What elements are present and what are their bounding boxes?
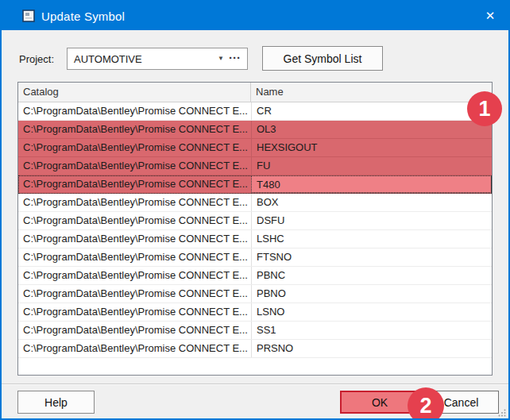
catalog-cell: C:\ProgramData\Bentley\Promise CONNECT E…	[18, 121, 251, 138]
name-cell: PBNO	[251, 285, 492, 302]
symbol-table: Catalog Name C:\ProgramData\Bentley\Prom…	[17, 82, 493, 376]
name-cell: LSHC	[251, 230, 492, 248]
catalog-cell: C:\ProgramData\Bentley\Promise CONNECT E…	[18, 139, 251, 156]
catalog-cell: C:\ProgramData\Bentley\Promise CONNECT E…	[18, 157, 251, 175]
catalog-cell: C:\ProgramData\Bentley\Promise CONNECT E…	[18, 249, 251, 266]
name-cell: T480	[251, 175, 492, 193]
catalog-cell: C:\ProgramData\Bentley\Promise CONNECT E…	[18, 322, 251, 339]
get-symbol-list-button[interactable]: Get Symbol List	[262, 46, 383, 71]
catalog-column-header[interactable]: Catalog	[18, 83, 251, 102]
table-row[interactable]: C:\ProgramData\Bentley\Promise CONNECT E…	[18, 121, 492, 139]
help-button[interactable]: Help	[17, 391, 95, 414]
table-header: Catalog Name	[18, 83, 492, 102]
name-cell: BOX	[251, 194, 492, 211]
app-icon	[22, 10, 35, 22]
name-column-header[interactable]: Name	[251, 83, 492, 102]
name-cell: HEXSIGOUT	[251, 139, 492, 156]
update-symbol-dialog: Update Symbol ✕ Project: AUTOMOTIVE ▼ ··…	[0, 0, 510, 420]
table-row[interactable]: C:\ProgramData\Bentley\Promise CONNECT E…	[18, 322, 492, 340]
name-cell: OL3	[251, 121, 492, 138]
browse-ellipsis-icon[interactable]: ···	[227, 52, 247, 67]
name-cell: PBNC	[251, 267, 492, 284]
table-filler-row	[18, 358, 492, 375]
catalog-cell: C:\ProgramData\Bentley\Promise CONNECT E…	[18, 303, 251, 321]
name-cell: FTSNO	[251, 249, 492, 266]
name-cell: DSFU	[251, 212, 492, 229]
annotation-badge-1: 1	[467, 91, 502, 126]
project-combobox[interactable]: AUTOMOTIVE ▼ ···	[67, 48, 248, 70]
catalog-cell: C:\ProgramData\Bentley\Promise CONNECT E…	[18, 102, 251, 120]
table-row[interactable]: C:\ProgramData\Bentley\Promise CONNECT E…	[18, 157, 492, 175]
name-cell: FU	[251, 157, 492, 175]
catalog-cell: C:\ProgramData\Bentley\Promise CONNECT E…	[18, 175, 251, 193]
table-row[interactable]: C:\ProgramData\Bentley\Promise CONNECT E…	[18, 249, 492, 267]
table-row[interactable]: C:\ProgramData\Bentley\Promise CONNECT E…	[18, 212, 492, 230]
symbol-table-body: C:\ProgramData\Bentley\Promise CONNECT E…	[18, 102, 492, 375]
project-label: Project:	[19, 49, 54, 70]
name-cell: SS1	[251, 322, 492, 339]
catalog-cell: C:\ProgramData\Bentley\Promise CONNECT E…	[18, 230, 251, 248]
table-row[interactable]: C:\ProgramData\Bentley\Promise CONNECT E…	[18, 194, 492, 212]
chevron-down-icon[interactable]: ▼	[216, 56, 227, 62]
table-row[interactable]: C:\ProgramData\Bentley\Promise CONNECT E…	[18, 102, 492, 121]
catalog-cell: C:\ProgramData\Bentley\Promise CONNECT E…	[18, 340, 251, 357]
resize-grip[interactable]	[498, 409, 506, 417]
catalog-cell: C:\ProgramData\Bentley\Promise CONNECT E…	[18, 285, 251, 302]
catalog-cell: C:\ProgramData\Bentley\Promise CONNECT E…	[18, 267, 251, 284]
title-bar: Update Symbol ✕	[2, 2, 508, 30]
table-row[interactable]: C:\ProgramData\Bentley\Promise CONNECT E…	[18, 267, 492, 285]
table-row[interactable]: C:\ProgramData\Bentley\Promise CONNECT E…	[18, 230, 492, 249]
table-row[interactable]: C:\ProgramData\Bentley\Promise CONNECT E…	[18, 175, 492, 194]
catalog-cell: C:\ProgramData\Bentley\Promise CONNECT E…	[18, 212, 251, 229]
footer-divider	[2, 383, 508, 385]
annotation-badge-2: 2	[408, 387, 444, 420]
table-row[interactable]: C:\ProgramData\Bentley\Promise CONNECT E…	[18, 340, 492, 358]
table-row[interactable]: C:\ProgramData\Bentley\Promise CONNECT E…	[18, 285, 492, 303]
project-value: AUTOMOTIVE	[68, 53, 216, 65]
table-row[interactable]: C:\ProgramData\Bentley\Promise CONNECT E…	[18, 303, 492, 322]
name-cell: PRSNO	[251, 340, 492, 357]
name-cell: CR	[251, 102, 492, 120]
window-title: Update Symbol	[41, 10, 125, 23]
table-row[interactable]: C:\ProgramData\Bentley\Promise CONNECT E…	[18, 139, 492, 157]
name-cell: LSNO	[251, 303, 492, 321]
catalog-cell: C:\ProgramData\Bentley\Promise CONNECT E…	[18, 194, 251, 211]
close-icon[interactable]: ✕	[472, 2, 508, 30]
